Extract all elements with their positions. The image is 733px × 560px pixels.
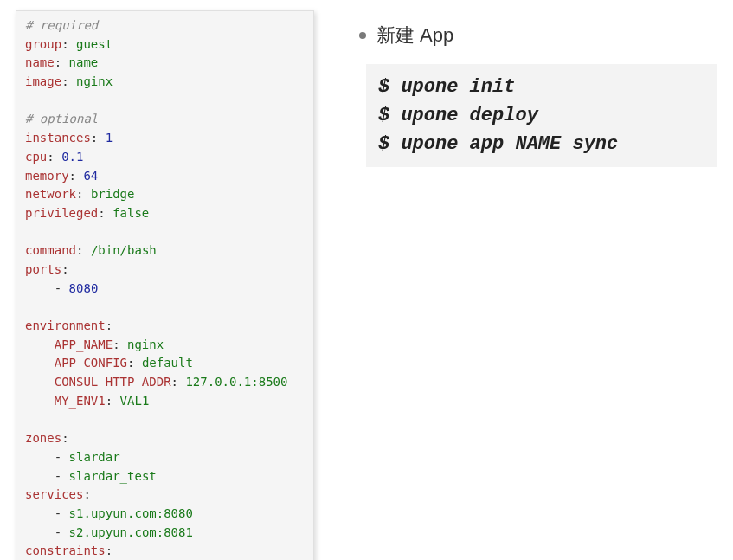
bullet-text: 新建 App xyxy=(376,23,453,48)
yaml-code-block: # required group: guest name: name image… xyxy=(16,10,314,560)
cmd-line-3: $ upone app NAME sync xyxy=(378,133,618,155)
instructions-panel: 新建 App $ upone init $ upone deploy $ upo… xyxy=(356,10,717,550)
cmd-line-2: $ upone deploy xyxy=(378,105,538,126)
command-block: $ upone init $ upone deploy $ upone app … xyxy=(366,64,717,167)
comment-optional: # optional xyxy=(25,112,98,126)
comment-required: # required xyxy=(25,18,98,32)
bullet-item: 新建 App xyxy=(359,23,717,48)
yaml-config-panel: # required group: guest name: name image… xyxy=(16,10,314,550)
bullet-icon xyxy=(359,32,366,39)
cmd-line-1: $ upone init xyxy=(378,76,515,98)
